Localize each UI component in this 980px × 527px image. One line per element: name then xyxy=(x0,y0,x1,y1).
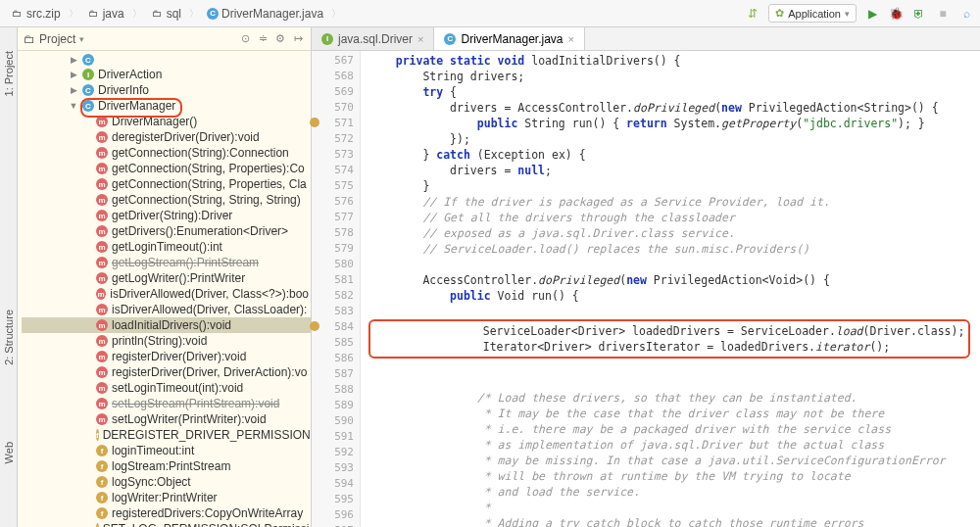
collapse-icon[interactable]: ⊙ xyxy=(238,32,252,46)
tree-member[interactable]: mgetDrivers():Enumeration<Driver> xyxy=(22,223,311,239)
line-number[interactable]: 572 xyxy=(312,131,354,147)
search-icon[interactable]: ⌕ xyxy=(958,6,974,22)
tree-member[interactable]: msetLogStream(PrintStream):void xyxy=(22,396,311,411)
tool-structure[interactable]: 2: Structure xyxy=(2,306,16,369)
editor-gutter[interactable]: 5675685695705715725735745755765775785795… xyxy=(312,51,361,527)
tree-member[interactable]: mregisterDriver(Driver, DriverAction):vo xyxy=(22,364,311,380)
tree-member[interactable]: mDriverManager() xyxy=(22,114,311,129)
close-icon[interactable]: × xyxy=(568,33,574,45)
tree-node[interactable]: ▶CDriverInfo xyxy=(22,82,311,98)
m-icon: m xyxy=(96,335,108,347)
line-number[interactable]: 592 xyxy=(312,445,354,460)
tree-member[interactable]: flogWriter:PrintWriter xyxy=(22,490,311,505)
tree-member[interactable]: fDEREGISTER_DRIVER_PERMISSION:S xyxy=(22,427,311,443)
tree-member[interactable]: mregisterDriver(Driver):void xyxy=(22,349,311,364)
tree-member[interactable]: flogSync:Object xyxy=(22,474,311,490)
tree-member[interactable]: mgetDriver(String):Driver xyxy=(22,208,311,223)
line-number[interactable]: 593 xyxy=(312,460,354,476)
tree-member[interactable]: msetLoginTimeout(int):void xyxy=(22,380,311,396)
tree-member[interactable]: mgetConnection(String, String, String) xyxy=(22,192,311,208)
tree-member[interactable]: fregisteredDrivers:CopyOnWriteArray xyxy=(22,505,311,521)
line-number[interactable]: 583 xyxy=(312,304,354,319)
run-config-selector[interactable]: ✿ Application ▾ xyxy=(768,4,857,23)
line-number[interactable]: 574 xyxy=(312,163,354,178)
hide-icon[interactable]: ↦ xyxy=(291,32,305,46)
tool-web[interactable]: Web xyxy=(2,438,16,467)
tree-member[interactable]: misDriverAllowed(Driver, Class<?>):boo xyxy=(22,286,311,302)
editor-tab[interactable]: I java.sql.Driver × xyxy=(312,27,434,50)
line-number[interactable]: 587 xyxy=(312,366,354,382)
line-number[interactable]: 579 xyxy=(312,241,354,257)
line-number[interactable]: 568 xyxy=(312,69,354,84)
interface-icon: I xyxy=(321,33,333,45)
tree-node[interactable]: ▼CDriverManager xyxy=(22,98,311,114)
line-number[interactable]: 588 xyxy=(312,382,354,398)
tree-member[interactable]: mgetLoginTimeout():int xyxy=(22,239,311,255)
tree-member[interactable]: floginTimeout:int xyxy=(22,443,311,458)
tree-member[interactable]: mprintln(String):void xyxy=(22,333,311,349)
disclosure-icon[interactable]: ▼ xyxy=(69,101,78,111)
tree-node[interactable]: ▶IDriverAction xyxy=(22,67,311,82)
breadcrumb-item[interactable]: 🗀sql xyxy=(146,5,185,23)
tree-label: getDriver(String):Driver xyxy=(112,209,232,222)
tree-member[interactable]: flogStream:PrintStream xyxy=(22,458,311,474)
line-number[interactable]: 597 xyxy=(312,523,354,527)
tree-member[interactable]: msetLogWriter(PrintWriter):void xyxy=(22,411,311,427)
breadcrumb-item[interactable]: CDriverManager.java xyxy=(203,5,327,23)
line-number[interactable]: 584 xyxy=(312,319,354,335)
tree-member[interactable]: mgetLogWriter():PrintWriter xyxy=(22,270,311,286)
coverage-icon[interactable]: ⛨ xyxy=(911,6,927,22)
line-number[interactable]: 578 xyxy=(312,225,354,241)
project-panel-title[interactable]: 🗀 Project ▾ xyxy=(24,32,232,46)
line-number[interactable]: 569 xyxy=(312,84,354,100)
disclosure-icon[interactable]: ▶ xyxy=(69,85,78,95)
line-number[interactable]: 581 xyxy=(312,272,354,288)
line-number[interactable]: 567 xyxy=(312,53,354,69)
tree-member[interactable]: mloadInitialDrivers():void xyxy=(22,317,311,333)
line-number[interactable]: 571 xyxy=(312,116,354,131)
tree-member[interactable]: mgetConnection(String):Connection xyxy=(22,145,311,161)
line-number[interactable]: 596 xyxy=(312,507,354,523)
sync-icon[interactable]: ⇵ xyxy=(745,6,760,22)
tree-member[interactable]: fSET_LOG_PERMISSION:SQLPermissio xyxy=(22,521,311,527)
debug-icon[interactable]: 🐞 xyxy=(888,6,904,22)
m-icon: m xyxy=(96,319,108,331)
line-number[interactable]: 585 xyxy=(312,335,354,351)
gutter-marker-icon[interactable] xyxy=(310,321,319,331)
gutter-marker-icon[interactable] xyxy=(310,118,319,127)
breadcrumb-item[interactable]: 🗀src.zip xyxy=(6,5,65,23)
editor-tab[interactable]: C DriverManager.java × xyxy=(434,27,584,50)
line-number[interactable]: 576 xyxy=(312,194,354,210)
line-number[interactable]: 595 xyxy=(312,492,354,507)
line-number[interactable]: 570 xyxy=(312,100,354,116)
line-number[interactable]: 580 xyxy=(312,257,354,272)
line-number[interactable]: 582 xyxy=(312,288,354,304)
code-editor[interactable]: private static void loadInitialDrivers()… xyxy=(361,51,980,527)
disclosure-icon[interactable]: ▶ xyxy=(69,55,78,65)
expand-icon[interactable]: ≑ xyxy=(256,32,270,46)
c-icon: C xyxy=(82,100,94,112)
line-number[interactable]: 594 xyxy=(312,476,354,492)
tree-member[interactable]: mderegisterDriver(Driver):void xyxy=(22,129,311,145)
line-number[interactable]: 586 xyxy=(312,351,354,366)
tree-member[interactable]: misDriverAllowed(Driver, ClassLoader): xyxy=(22,302,311,317)
tree-member[interactable]: mgetLogStream():PrintStream xyxy=(22,255,311,270)
line-number[interactable]: 589 xyxy=(312,398,354,413)
line-number[interactable]: 591 xyxy=(312,429,354,445)
stop-icon[interactable]: ■ xyxy=(935,6,951,22)
close-icon[interactable]: × xyxy=(417,33,423,45)
tool-project[interactable]: 1: Project xyxy=(2,47,16,100)
tree-member[interactable]: mgetConnection(String, Properties, Cla xyxy=(22,176,311,192)
tree-node[interactable]: ▶C xyxy=(22,53,311,67)
disclosure-icon[interactable]: ▶ xyxy=(69,70,78,79)
line-number[interactable]: 577 xyxy=(312,210,354,225)
run-icon[interactable]: ▶ xyxy=(864,6,880,22)
line-number[interactable]: 575 xyxy=(312,178,354,194)
m-icon: m xyxy=(96,382,108,394)
tree-member[interactable]: mgetConnection(String, Properties):Co xyxy=(22,161,311,176)
breadcrumb-item[interactable]: 🗀java xyxy=(82,5,128,23)
line-number[interactable]: 590 xyxy=(312,413,354,429)
project-tree[interactable]: ▶C▶IDriverAction▶CDriverInfo▼CDriverMana… xyxy=(18,51,311,527)
settings-icon[interactable]: ⚙ xyxy=(273,32,287,46)
line-number[interactable]: 573 xyxy=(312,147,354,163)
